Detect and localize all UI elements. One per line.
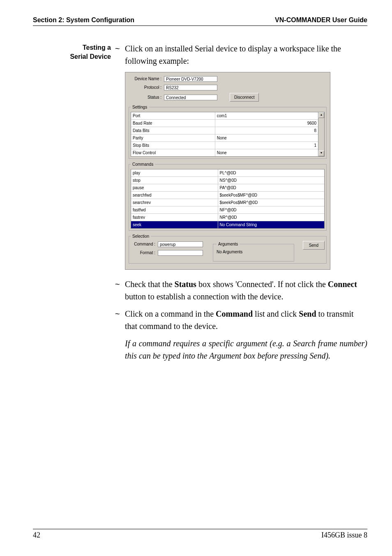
table-row[interactable]: Baud Rate9600 bbox=[131, 120, 318, 127]
settings-key: Parity bbox=[131, 134, 215, 141]
command-string: NS^@0D bbox=[218, 177, 325, 184]
settings-scrollbar[interactable]: ▴ ▾ bbox=[318, 112, 325, 157]
settings-value: None bbox=[215, 134, 318, 141]
settings-key: Port bbox=[131, 112, 215, 119]
command-name: fastfwd bbox=[131, 206, 218, 213]
settings-table[interactable]: Portcom1Baud Rate9600Data Bits8ParityNon… bbox=[131, 112, 318, 157]
bullet-3-text: Click on a command in the Command list a… bbox=[125, 308, 367, 332]
commands-group: Commands playPL^@0DstopNS^@0DpausePA^@0D… bbox=[129, 161, 327, 231]
command-string: PA^@0D bbox=[218, 184, 325, 191]
command-name: fastrev bbox=[131, 214, 218, 221]
table-row[interactable]: Flow ControlNone bbox=[131, 149, 318, 156]
command-name: play bbox=[131, 169, 218, 176]
protocol-label: Protocol : bbox=[129, 84, 164, 90]
selection-group: Selection Command : powerup Format : bbox=[129, 233, 327, 264]
arguments-legend: Arguments bbox=[217, 241, 240, 247]
commands-table[interactable]: playPL^@0DstopNS^@0DpausePA^@0Dsearchfwd… bbox=[131, 169, 325, 229]
commands-legend: Commands bbox=[131, 161, 155, 167]
table-row[interactable]: fastfwdNF^@0D bbox=[131, 206, 324, 214]
table-row[interactable]: Portcom1 bbox=[131, 112, 318, 120]
selection-legend: Selection bbox=[131, 233, 151, 239]
command-string: $seekPos$MR^@0D bbox=[218, 199, 325, 206]
command-string: NR^@0D bbox=[218, 214, 325, 221]
table-row[interactable]: searchfwd$seekPos$MF^@0D bbox=[131, 192, 324, 199]
scroll-down-icon[interactable]: ▾ bbox=[318, 151, 324, 156]
page-footer: 42 I456GB issue 8 bbox=[33, 529, 367, 540]
table-row[interactable]: ParityNone bbox=[131, 134, 318, 142]
table-row[interactable]: fastrevNR^@0D bbox=[131, 214, 324, 221]
device-name-label: Device Name : bbox=[129, 76, 164, 82]
table-row[interactable]: playPL^@0D bbox=[131, 169, 324, 177]
command-label: Command : bbox=[131, 241, 158, 247]
command-name: searchfwd bbox=[131, 192, 218, 199]
section-side-label: Testing a Serial Device bbox=[33, 42, 111, 62]
page-header: Section 2: System Configuration VN-COMMA… bbox=[33, 16, 367, 26]
command-name: pause bbox=[131, 184, 218, 191]
header-right: VN-COMMANDER User Guide bbox=[275, 16, 367, 24]
format-label: Format : bbox=[131, 250, 158, 256]
settings-key: Baud Rate bbox=[131, 120, 215, 127]
bullet-marker: ~ bbox=[115, 42, 125, 55]
command-name: seek bbox=[131, 221, 218, 228]
settings-value: 9600 bbox=[215, 120, 318, 127]
command-string: $seekPos$MF^@0D bbox=[218, 192, 325, 199]
table-row[interactable]: seekNo Command String bbox=[131, 221, 324, 228]
command-string: No Command String bbox=[218, 221, 325, 228]
settings-value: None bbox=[215, 149, 318, 156]
status-label: Status : bbox=[129, 94, 164, 100]
table-row[interactable]: pausePA^@0D bbox=[131, 184, 324, 192]
settings-value: 1 bbox=[215, 142, 318, 149]
bullet-2-text: Check that the Status box shows 'Connect… bbox=[125, 278, 367, 303]
page-number: 42 bbox=[33, 531, 40, 540]
command-name: searchrev bbox=[131, 199, 218, 206]
settings-key: Data Bits bbox=[131, 127, 215, 134]
bullet-2: ~ Check that the Status box shows 'Conne… bbox=[115, 278, 367, 303]
command-name: stop bbox=[131, 177, 218, 184]
device-name-field[interactable]: Pioneer DVD-V7200 bbox=[164, 76, 217, 82]
table-row[interactable]: Stop Bits1 bbox=[131, 142, 318, 149]
arguments-group: Arguments No Arguments bbox=[213, 241, 294, 262]
bullet-3: ~ Click on a command in the Command list… bbox=[115, 308, 367, 332]
bullet-marker: ~ bbox=[115, 278, 125, 290]
command-string: PL^@0D bbox=[218, 169, 325, 176]
settings-key: Flow Control bbox=[131, 149, 215, 156]
scroll-up-icon[interactable]: ▴ bbox=[318, 112, 324, 118]
bullet-marker: ~ bbox=[115, 308, 125, 320]
table-row[interactable]: stopNS^@0D bbox=[131, 177, 324, 184]
serial-workspace-screenshot: Device Name : Pioneer DVD-V7200 Protocol… bbox=[125, 72, 330, 270]
table-row[interactable]: searchrev$seekPos$MR^@0D bbox=[131, 199, 324, 206]
status-field[interactable]: Connected bbox=[164, 95, 217, 100]
issue-number: I456GB issue 8 bbox=[321, 531, 367, 540]
protocol-field[interactable]: RS232 bbox=[164, 85, 217, 90]
settings-group: Settings Portcom1Baud Rate9600Data Bits8… bbox=[129, 104, 327, 159]
argument-note: If a command requires a specific argumen… bbox=[125, 337, 367, 362]
send-button[interactable]: Send bbox=[303, 241, 325, 250]
settings-value: 8 bbox=[215, 127, 318, 134]
command-field[interactable]: powerup bbox=[158, 241, 203, 247]
disconnect-button[interactable]: Disconnect bbox=[230, 93, 259, 102]
settings-legend: Settings bbox=[131, 104, 149, 110]
command-string: NF^@0D bbox=[218, 206, 325, 213]
header-left: Section 2: System Configuration bbox=[33, 16, 134, 24]
format-field[interactable] bbox=[158, 250, 203, 256]
table-row[interactable]: Data Bits8 bbox=[131, 127, 318, 134]
no-arguments-text: No Arguments bbox=[217, 250, 242, 254]
settings-value: com1 bbox=[215, 112, 318, 119]
bullet-1-text: Click on an installed Serial device to d… bbox=[125, 42, 367, 67]
bullet-1: ~ Click on an installed Serial device to… bbox=[115, 42, 367, 67]
settings-key: Stop Bits bbox=[131, 142, 215, 149]
